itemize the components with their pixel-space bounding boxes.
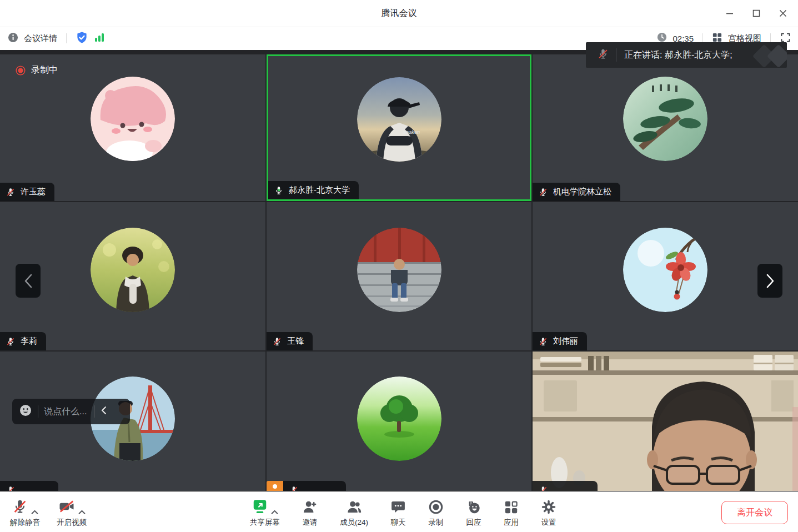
mic-active-icon [274, 185, 284, 195]
chevron-up-icon[interactable] [31, 510, 38, 515]
participant-name-tag: 王锋 [267, 332, 313, 350]
share-screen-icon [252, 498, 268, 515]
chevron-up-icon[interactable] [271, 510, 278, 515]
mic-muted-icon [597, 48, 609, 62]
avatar [91, 77, 175, 161]
mic-muted-icon [12, 498, 28, 515]
control-bar: 解除静音 开启视频 共享屏幕 邀请 成 [0, 491, 798, 532]
participant-name-tag: 李莉 [0, 332, 46, 350]
participant-tile-video[interactable] [533, 352, 798, 491]
meeting-details-button[interactable]: 会议详情 [24, 33, 57, 44]
info-icon [8, 32, 18, 45]
speaking-banner: 正在讲话: 郝永胜-北京大学; [586, 42, 787, 68]
chat-button[interactable]: 聊天 [379, 492, 417, 532]
participant-name-tag: 郝永胜-北京大学 [268, 181, 359, 199]
watermark-logo [746, 44, 787, 68]
mic-muted-icon [6, 337, 16, 347]
apps-button[interactable]: 应用 [493, 492, 530, 532]
mic-muted-icon [538, 337, 548, 347]
avatar [623, 77, 707, 161]
window-titlebar: 腾讯会议 [0, 0, 798, 27]
next-page-button[interactable] [757, 264, 782, 298]
speaking-banner-text: 正在讲话: 郝永胜-北京大学; [624, 49, 732, 61]
participant-name: 李莉 [21, 336, 37, 347]
camera-off-icon [58, 498, 76, 515]
invite-button[interactable]: 邀请 [291, 492, 329, 532]
invite-icon [302, 499, 318, 515]
quick-chat-bar[interactable]: 说点什么... [12, 399, 130, 424]
mic-muted-icon [538, 485, 548, 491]
recording-indicator: 录制中 [16, 64, 58, 76]
participant-name: 郝永胜-北京大学 [289, 185, 350, 195]
avatar [91, 228, 175, 312]
mic-muted-icon [272, 337, 282, 347]
reactions-button[interactable]: 回应 [455, 492, 493, 532]
mic-muted-icon [6, 187, 16, 197]
mic-muted-icon [6, 485, 16, 491]
divider [94, 405, 95, 418]
maximize-button[interactable] [747, 4, 766, 23]
meeting-duration: 02:35 [672, 34, 694, 43]
window-title: 腾讯会议 [0, 0, 798, 27]
participant-name-tag: 机电学院林立松 [533, 183, 620, 201]
share-screen-button[interactable]: 共享屏幕 [239, 492, 291, 532]
participant-tile-speaking[interactable]: awaken 郝永胜-北京大学 [267, 54, 531, 201]
divider [38, 405, 38, 418]
divider [66, 33, 67, 43]
close-button[interactable] [774, 4, 792, 23]
record-icon [428, 499, 444, 515]
participant-tile[interactable]: 机电学院林立松 [533, 54, 798, 201]
collapse-chat-icon[interactable] [101, 406, 107, 417]
live-video-frame [533, 352, 798, 491]
record-button[interactable]: 录制 [417, 492, 455, 532]
emoji-icon[interactable] [19, 404, 32, 419]
participant-tile[interactable] [267, 352, 531, 491]
network-signal-icon[interactable] [94, 32, 105, 45]
participant-name-tag-cutoff [0, 481, 58, 491]
minimize-button[interactable] [720, 4, 739, 23]
participant-name: 王锋 [287, 336, 304, 347]
avatar [623, 228, 707, 312]
participant-name: 许玉蕊 [21, 187, 46, 197]
participant-name-tag-cutoff [267, 481, 346, 491]
host-badge [267, 481, 283, 491]
mic-muted-icon [538, 187, 548, 197]
settings-gear-icon [541, 499, 556, 515]
record-dot-icon [16, 66, 26, 76]
avatar [357, 377, 441, 461]
unmute-button[interactable]: 解除静音 [9, 492, 41, 532]
start-video-button[interactable]: 开启视频 [56, 492, 88, 532]
shirt-text: awaken [403, 129, 420, 135]
settings-button[interactable]: 设置 [530, 492, 568, 532]
apps-icon [504, 500, 519, 515]
avatar [357, 228, 441, 312]
chat-input-placeholder[interactable]: 说点什么... [44, 406, 87, 418]
members-icon [346, 499, 363, 515]
participant-name-tag: 许玉蕊 [0, 183, 54, 201]
members-button[interactable]: 成员(24) [329, 492, 379, 532]
video-grid: 录制中 许玉蕊 [0, 50, 798, 492]
participant-name-tag-cutoff [533, 481, 598, 491]
participant-tile[interactable]: 许玉蕊 [0, 54, 265, 201]
participant-name: 机电学院林立松 [553, 187, 611, 197]
reaction-icon [466, 499, 481, 515]
avatar: awaken [357, 77, 441, 162]
participant-name: 刘伟丽 [553, 336, 578, 347]
chat-icon [390, 499, 406, 515]
participant-name-tag: 刘伟丽 [533, 332, 587, 350]
recording-label: 录制中 [31, 64, 58, 76]
divider [616, 48, 616, 62]
security-shield-icon[interactable] [76, 31, 88, 46]
participant-tile[interactable]: 王锋 [267, 202, 531, 350]
mic-muted-icon [289, 485, 299, 491]
leave-meeting-button[interactable]: 离开会议 [721, 501, 788, 524]
chevron-up-icon[interactable] [78, 510, 86, 515]
prev-page-button[interactable] [16, 264, 41, 298]
